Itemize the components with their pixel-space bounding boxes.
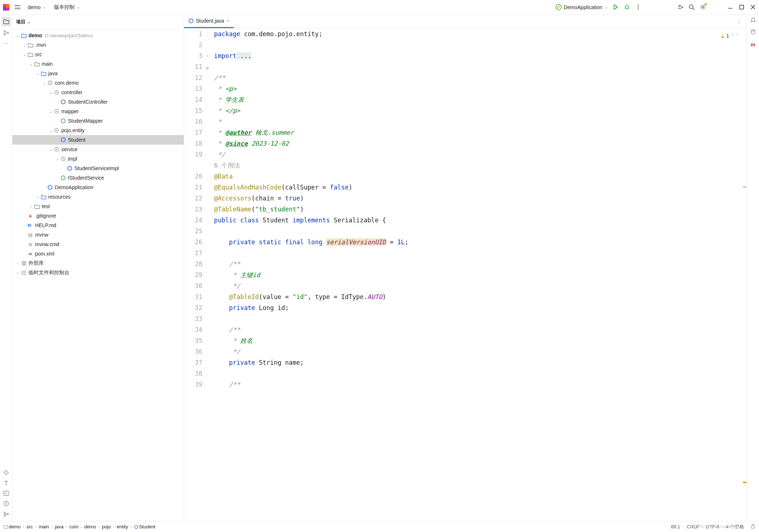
tree-node[interactable]: ⌄mapper <box>12 107 184 116</box>
tree-node[interactable]: IStudentService <box>12 173 184 183</box>
code-editor[interactable]: 1231112131415161718192021222324252627282… <box>184 28 747 521</box>
breadcrumb-item[interactable]: entity <box>117 524 128 529</box>
tree-node[interactable]: ›临时文件和控制台 <box>12 268 184 278</box>
tree-node[interactable]: DemoApplication <box>12 183 184 192</box>
build-icon[interactable] <box>3 480 9 487</box>
svg-rect-56 <box>25 261 26 265</box>
tree-node[interactable]: mpom.xml <box>12 249 184 259</box>
svg-point-37 <box>50 83 51 84</box>
tree-node[interactable]: ▤mvnw.cmd <box>12 240 184 249</box>
svg-rect-54 <box>22 261 23 265</box>
editor-area: Student.java × ⋮ 12311121314151617181920… <box>184 15 747 521</box>
class-icon <box>188 18 194 23</box>
search-icon[interactable] <box>689 4 695 10</box>
tree-node[interactable]: Student <box>12 135 184 145</box>
vcs-selector[interactable]: 版本控制 <box>52 3 82 12</box>
svg-point-34 <box>4 515 5 516</box>
run-config-selector[interactable]: DemoApplication <box>556 4 607 10</box>
project-selector[interactable]: demo <box>26 3 48 12</box>
svg-point-33 <box>4 512 5 513</box>
database-icon[interactable] <box>750 29 756 36</box>
terminal-icon[interactable] <box>3 491 9 497</box>
svg-point-39 <box>56 92 57 93</box>
tree-node[interactable]: ⌄demoD:\develop\[a02]\demo <box>12 31 184 40</box>
svg-point-40 <box>61 100 65 104</box>
tab-options[interactable]: ⋮ <box>732 15 747 28</box>
tree-node[interactable]: StudentMapper <box>12 116 184 126</box>
breadcrumb-item[interactable]: src <box>27 524 33 529</box>
problems-icon[interactable] <box>3 501 9 508</box>
services-icon[interactable] <box>3 470 9 476</box>
breadcrumb-item[interactable]: demo <box>4 524 21 529</box>
project-tree[interactable]: ⌄demoD:\develop\[a02]\demo›.mvn⌄src⌄main… <box>12 29 184 521</box>
svg-rect-2 <box>3 7 7 11</box>
breadcrumb-item[interactable]: java <box>55 524 64 529</box>
svg-point-12 <box>638 7 639 8</box>
tree-node[interactable]: ◆.gitignore <box>12 211 184 221</box>
more-tool-icon[interactable]: ⋯ <box>4 41 8 46</box>
tree-node[interactable]: ›test <box>12 202 184 211</box>
breadcrumb-item[interactable]: com <box>69 524 79 529</box>
structure-tool-icon[interactable] <box>3 30 9 37</box>
readonly-toggle[interactable] <box>751 524 755 530</box>
cursor-position[interactable]: 66:1 <box>671 524 680 529</box>
tree-node[interactable]: ⌄main <box>12 59 184 69</box>
notifications-icon[interactable] <box>750 17 756 24</box>
breadcrumb-item[interactable]: pojo <box>102 524 111 529</box>
maximize-button[interactable] <box>739 4 745 10</box>
tree-node[interactable]: ⌄impl <box>12 154 184 164</box>
svg-rect-28 <box>4 491 9 495</box>
debug-button[interactable] <box>624 4 630 10</box>
svg-point-17 <box>689 5 693 9</box>
inspection-widget[interactable]: ▲ 1 ˄˅ <box>721 31 739 42</box>
svg-rect-26 <box>7 32 8 34</box>
code-with-me-icon[interactable] <box>677 4 683 10</box>
svg-line-10 <box>628 8 629 9</box>
tree-node[interactable]: StudentServiceImpl <box>12 164 184 173</box>
line-gutter[interactable]: 1231112131415161718192021222324252627282… <box>184 28 206 521</box>
close-tab-icon[interactable]: × <box>226 18 229 24</box>
close-button[interactable] <box>750 4 756 10</box>
svg-point-50 <box>63 158 64 160</box>
tree-node[interactable]: StudentController <box>12 97 184 107</box>
breadcrumb-item[interactable]: main <box>39 524 49 529</box>
project-tool-button[interactable] <box>1 17 11 26</box>
svg-point-11 <box>638 5 639 6</box>
usages-hint[interactable]: 6 个用法 <box>214 162 240 169</box>
tree-node[interactable]: ›外部库 <box>12 259 184 268</box>
breadcrumbs[interactable]: demo›src›main›java›com›demo›pojo›entity›… <box>4 524 156 529</box>
svg-rect-55 <box>23 261 24 265</box>
tree-node[interactable]: ⌄pojo.entity <box>12 126 184 135</box>
vcs-icon[interactable] <box>3 511 9 518</box>
svg-point-45 <box>56 130 57 131</box>
tree-node[interactable]: ⌄java <box>12 69 184 78</box>
breadcrumb-item[interactable]: demo <box>84 524 96 529</box>
more-actions[interactable] <box>635 4 641 10</box>
tree-node[interactable]: ›resources <box>12 192 184 202</box>
project-sidebar: 项目⌄ ⌄demoD:\develop\[a02]\demo›.mvn⌄src⌄… <box>12 15 184 521</box>
tree-node[interactable]: ⌄service <box>12 145 184 154</box>
minimize-button[interactable] <box>727 4 733 10</box>
run-button[interactable] <box>613 4 619 10</box>
error-stripe[interactable] <box>743 28 747 521</box>
svg-rect-64 <box>751 526 755 528</box>
tree-node[interactable]: ⌄src <box>12 50 184 59</box>
code-lines[interactable]: package com.demo.pojo.entity; import ...… <box>211 28 747 521</box>
project-view-header[interactable]: 项目⌄ <box>12 15 184 29</box>
tree-node[interactable]: M↓HELP.md <box>12 221 184 230</box>
tree-node[interactable]: ⌄controller <box>12 88 184 97</box>
maven-icon[interactable]: m <box>751 41 755 48</box>
settings-icon[interactable] <box>700 4 706 10</box>
tree-node[interactable]: ▤mvnw <box>12 230 184 240</box>
fold-column[interactable]: › ≡ <box>206 28 211 521</box>
svg-point-46 <box>61 138 65 142</box>
breadcrumb-item[interactable]: Student <box>134 524 156 529</box>
svg-line-18 <box>693 8 694 10</box>
main-menu[interactable] <box>13 4 22 10</box>
svg-point-32 <box>6 505 7 505</box>
editor-tab-student[interactable]: Student.java × <box>184 15 234 28</box>
tree-node[interactable]: ⌄com.demo <box>12 78 184 88</box>
topbar: demo 版本控制 DemoApplication <box>0 0 759 15</box>
right-toolstrip: m <box>747 15 759 521</box>
tree-node[interactable]: ›.mvn <box>12 40 184 50</box>
